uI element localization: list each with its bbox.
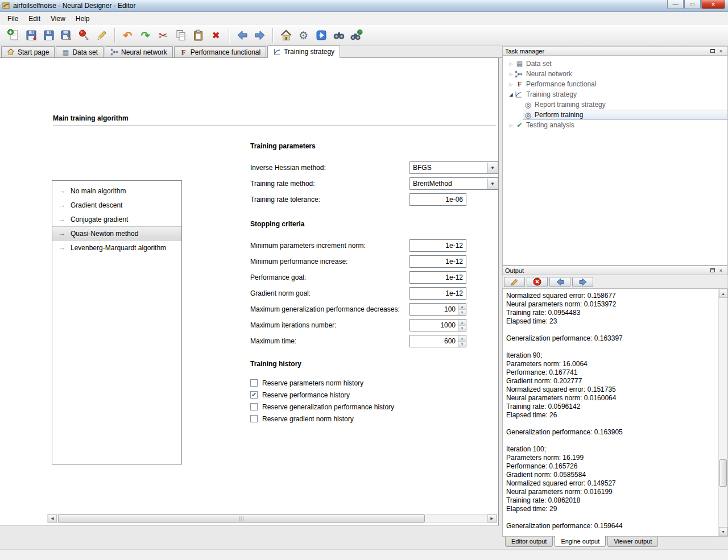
settings-button[interactable]: ⚙ xyxy=(295,27,312,44)
minimize-button[interactable]: — xyxy=(667,0,684,9)
scroll-left-button[interactable]: ◀ xyxy=(48,515,57,522)
max-iterations-input[interactable] xyxy=(410,320,458,331)
expander-icon[interactable]: ▷ xyxy=(507,123,515,128)
expander-icon[interactable]: ▷ xyxy=(507,61,515,67)
horizontal-scrollbar[interactable]: ◀ ||| ▶ xyxy=(47,514,497,523)
float-panel-button[interactable] xyxy=(708,267,717,274)
menu-file[interactable]: File xyxy=(2,13,23,25)
undo-button[interactable]: ↶ xyxy=(119,27,136,44)
chevron-down-icon[interactable]: ▼ xyxy=(487,179,497,189)
spin-down-button[interactable]: ▼ xyxy=(458,341,466,347)
edit-output-button[interactable] xyxy=(504,277,525,287)
list-item-no-main-algorithm[interactable]: → No main algorithm xyxy=(52,184,181,198)
new-button[interactable] xyxy=(5,27,22,44)
min-performance-increase-input[interactable] xyxy=(410,255,466,268)
inverse-hessian-combo[interactable]: BFGS ▼ xyxy=(410,161,498,174)
tree-item-neural-network[interactable]: ▷ Neural network xyxy=(503,69,727,79)
output-log-text[interactable]: Normalized squared error: 0.158677 Neura… xyxy=(503,289,718,536)
tab-engine-output[interactable]: Engine output xyxy=(555,536,606,547)
checkbox-row: Reserve generalization performance histo… xyxy=(250,401,498,413)
reserve-generalization-performance-history-checkbox[interactable] xyxy=(250,403,258,410)
reserve-gradient-norm-history-checkbox[interactable] xyxy=(250,415,258,422)
close-button[interactable]: × xyxy=(701,0,725,9)
cut-button[interactable]: ✂ xyxy=(154,27,172,44)
vertical-scrollbar[interactable]: ▲ ▼ xyxy=(718,289,727,536)
spin-down-button[interactable]: ▼ xyxy=(458,325,466,331)
next-output-button[interactable] xyxy=(572,277,593,287)
tree-item-training-strategy[interactable]: ◢ Training strategy xyxy=(503,89,727,99)
form-row: Gradient norm goal: xyxy=(250,287,498,300)
tree-item-testing-analysis[interactable]: ▷ ✔ Testing analysis xyxy=(503,120,727,130)
back-button[interactable] xyxy=(233,27,251,44)
scrollbar-track[interactable]: ||| xyxy=(57,515,487,522)
forward-button[interactable] xyxy=(251,27,268,44)
maximize-button[interactable]: □ xyxy=(684,0,701,9)
paste-button[interactable] xyxy=(189,27,207,44)
close-panel-button[interactable]: × xyxy=(717,47,725,55)
tab-start-page[interactable]: Start page xyxy=(1,46,55,57)
tab-editor-output[interactable]: Editor output xyxy=(505,537,553,547)
float-panel-button[interactable] xyxy=(708,47,717,55)
list-item-levenberg-marquardt[interactable]: → Levenberg-Marquardt algorithm xyxy=(52,240,181,255)
save-as-button[interactable] xyxy=(57,27,75,44)
previous-output-button[interactable] xyxy=(549,277,570,287)
expander-icon[interactable]: ▷ xyxy=(507,72,515,77)
reserve-performance-history-checkbox[interactable]: ✔ xyxy=(250,391,258,399)
open-file-icon xyxy=(24,28,38,42)
tree-item-perform-training[interactable]: ◎ Perform training xyxy=(503,110,727,120)
run-button[interactable] xyxy=(312,27,330,44)
edit-button[interactable] xyxy=(93,27,110,44)
scroll-up-button[interactable]: ▲ xyxy=(719,289,727,298)
tree-item-performance-functional[interactable]: ▷ F Performance functional xyxy=(503,79,727,89)
scroll-down-button[interactable]: ▼ xyxy=(719,527,727,536)
tree-item-data-set[interactable]: ▷ ▦ Data set xyxy=(503,59,727,69)
max-generalization-decreases-input[interactable] xyxy=(410,304,458,315)
gradient-norm-goal-input[interactable] xyxy=(410,287,466,300)
menu-edit[interactable]: Edit xyxy=(23,13,46,25)
list-item-gradient-descent[interactable]: → Gradient descent xyxy=(52,198,181,212)
save-button[interactable] xyxy=(40,27,57,44)
tab-neural-network[interactable]: Neural network xyxy=(105,46,173,57)
spin-up-button[interactable]: ▲ xyxy=(458,304,466,309)
scroll-right-button[interactable]: ▶ xyxy=(487,515,497,522)
expander-icon[interactable]: ◢ xyxy=(507,92,515,97)
spin-down-button[interactable]: ▼ xyxy=(458,309,466,316)
tab-performance-functional[interactable]: F Performance functional xyxy=(174,46,266,57)
training-rate-method-combo[interactable]: BrentMethod ▼ xyxy=(410,177,498,190)
close-panel-button[interactable]: × xyxy=(717,267,725,274)
print-button[interactable] xyxy=(75,27,93,44)
scrollbar-thumb[interactable]: ||| xyxy=(58,515,425,522)
copy-button[interactable] xyxy=(172,27,189,44)
home-button[interactable] xyxy=(277,27,295,44)
chart-icon xyxy=(273,48,281,56)
scrollbar-thumb[interactable] xyxy=(719,459,727,487)
search-button[interactable] xyxy=(330,27,348,44)
list-item-conjugate-gradient[interactable]: → Conjugate gradient xyxy=(52,212,181,226)
spin-up-button[interactable]: ▲ xyxy=(458,320,466,325)
tab-data-set[interactable]: ▦ Data set xyxy=(56,46,104,57)
performance-goal-input[interactable] xyxy=(410,271,466,284)
float-icon xyxy=(710,49,715,53)
delete-button[interactable]: ✖ xyxy=(207,27,225,44)
expander-icon[interactable]: ▷ xyxy=(507,82,515,87)
training-rate-tolerance-input[interactable] xyxy=(410,193,466,206)
menu-view[interactable]: View xyxy=(46,13,71,25)
chevron-down-icon[interactable]: ▼ xyxy=(487,163,497,173)
max-iterations-spinner[interactable]: ▲ ▼ xyxy=(410,319,466,331)
min-parameters-increment-norm-input[interactable] xyxy=(410,239,466,252)
max-generalization-decreases-spinner[interactable]: ▲ ▼ xyxy=(410,303,466,316)
spin-up-button[interactable]: ▲ xyxy=(458,335,466,341)
redo-button[interactable]: ↷ xyxy=(136,27,154,44)
tree-item-report-training-strategy[interactable]: ◎ Report training strategy xyxy=(503,99,727,110)
tab-training-strategy[interactable]: Training strategy xyxy=(267,45,340,58)
list-item-quasi-newton-method[interactable]: → Quasi-Newton method xyxy=(52,226,181,240)
clear-output-button[interactable] xyxy=(527,277,548,287)
open-button[interactable] xyxy=(22,27,40,44)
max-time-input[interactable] xyxy=(410,335,458,347)
output-log-area: Normalized squared error: 0.158677 Neura… xyxy=(502,288,728,537)
tab-viewer-output[interactable]: Viewer output xyxy=(607,537,658,547)
find-button[interactable] xyxy=(348,27,365,44)
max-time-spinner[interactable]: ▲ ▼ xyxy=(410,335,466,347)
reserve-parameters-norm-history-checkbox[interactable] xyxy=(250,379,258,387)
menu-help[interactable]: Help xyxy=(71,13,95,25)
